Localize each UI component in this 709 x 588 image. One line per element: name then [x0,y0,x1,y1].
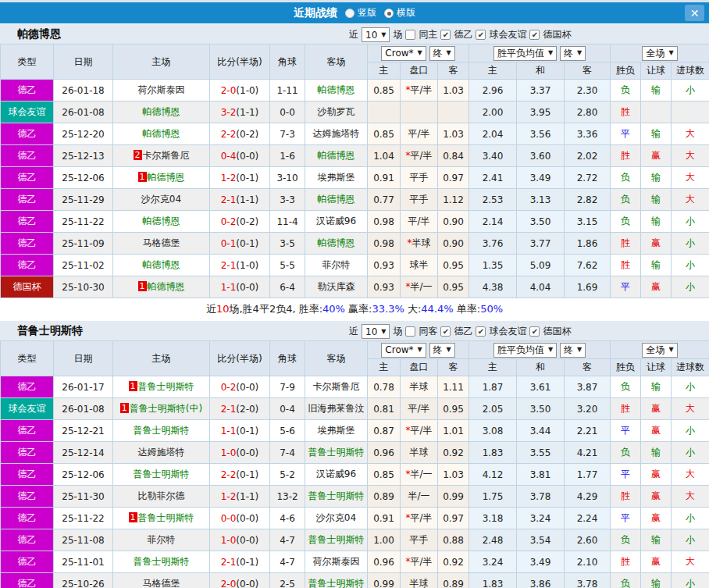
summary-segment-6: 大: [404,303,422,315]
result-wdl-cell: 平 [611,508,641,529]
date-cell: 26-01-08 [54,398,113,420]
halftime-score: (0-1) [236,426,258,437]
odds-state-dropdown[interactable]: 终▼ [429,343,455,358]
scope-dropdown[interactable]: 全场▼ [642,343,677,358]
odds-home-cell: 1.00 [368,529,401,551]
games-label: 场 [393,28,402,41]
away-team-cell: 荷尔斯泰因 [305,551,368,573]
match-row: 德国杯25-10-301帕德博恩1-1(0-0)6-4勒沃库森0.93*半/一0… [1,276,709,298]
halftime-score: (1-0) [236,260,258,271]
fulltime-score: 0-0 [221,513,237,524]
match-row: 球会友谊26-01-081普鲁士明斯特(中)2-1(2-0)0-4旧海弗莱鲁汶0… [1,398,709,420]
odds-home-cell: 0.85 [368,464,401,486]
layout-radio-horizontal[interactable]: 横版 [384,6,415,20]
mean-state-dropdown[interactable]: 终▼ [560,46,586,61]
corner-cell: 3-5 [270,233,305,255]
match-row: 德乙25-11-221普鲁士明斯特0-0(0-0)4-6沙尔克040.91*平/… [1,508,709,529]
type-cell: 球会友谊 [1,398,54,420]
mean-draw-cell: 4.04 [517,276,565,298]
home-team-cell: 1普鲁士明斯特 [113,508,210,529]
corner-cell: 2-5 [270,573,305,588]
mean-away-cell: 1.86 [565,233,611,255]
type-cell: 德乙 [1,376,54,398]
sub-column-header-4: 和 [517,62,565,80]
mean-home-cell: 3.08 [469,420,517,442]
corner-cell: 11-4 [270,211,305,233]
match-row: 德乙25-11-09马格德堡0-1(0-1)3-5帕德博恩0.98*半球0.90… [1,233,709,255]
halftime-score: (0-0) [236,282,258,293]
column-header-4: 角球 [270,341,305,376]
halftime-score: (0-0) [236,513,258,524]
column-header-2: 主场 [113,45,210,80]
competition-checkbox-1[interactable]: ✔ [476,326,486,337]
result-handicap-cell: 输 [641,211,672,233]
halftime-score: (1-1) [236,107,258,118]
close-button[interactable]: ✕ [685,5,704,21]
score-cell: 2-1(1-0) [210,255,270,276]
recent-count-select[interactable]: 10▼ [362,27,390,42]
away-team-name: 沙尔克04 [316,512,356,523]
away-team-name: 普鲁士明斯特 [308,578,365,588]
away-team-cell: 帕德博恩 [305,145,368,167]
same-venue-checkbox[interactable] [405,326,415,337]
sub-column-header-3: 主 [469,359,517,376]
same-venue-label: 同主 [419,28,437,41]
date-cell: 25-12-06 [54,464,113,486]
result-wdl-cell: 胜 [611,551,641,573]
mean-type-dropdown[interactable]: 胜平负均值▼ [493,343,557,358]
competition-checkbox-2[interactable]: ✔ [529,30,540,40]
panel-title: 近期战绩 [294,6,337,20]
handicap-cell: 半球 [401,573,438,588]
date-cell: 25-11-08 [54,529,113,551]
odds-source-dropdown[interactable]: Crow*▼ [381,343,426,358]
competition-checkbox-0[interactable]: ✔ [440,326,451,337]
mean-away-cell: 2.80 [565,102,611,123]
odds-source-dropdown[interactable]: Crow*▼ [381,46,426,61]
fulltime-score: 1-2 [221,491,237,502]
halftime-score: (0-0) [236,579,258,588]
layout-radio-vertical[interactable]: 竖版 [345,6,376,20]
match-row: 德乙25-11-22帕德博恩0-2(0-2)11-4汉诺威960.98平/半0.… [1,211,709,233]
rank-badge: 1 [129,512,137,522]
sub-column-header-1: 盘口 [401,359,438,376]
away-team-name: 卡尔斯鲁厄 [313,381,360,392]
result-goals-cell: 大 [672,123,709,145]
halftime-score: (1-1) [236,491,258,502]
odds-away-cell: 0.90 [438,211,469,233]
fulltime-score: 2-2 [221,469,237,480]
home-team-cell: 帕德博恩 [113,123,210,145]
sub-column-header-3: 主 [469,62,517,80]
handicap-cell: 半球 [401,442,438,464]
handicap-cell: 平/半 [401,398,438,420]
sub-column-header-8: 进球数 [672,62,709,80]
competition-checkbox-0[interactable]: ✔ [440,30,451,40]
fulltime-score: 1-1 [221,282,237,293]
recent-count-select[interactable]: 10▼ [362,324,390,339]
scope-dropdown[interactable]: 全场▼ [642,46,677,61]
odds-home-cell: 0.93 [368,276,401,298]
fulltime-score: 2-1 [221,194,237,205]
odds-state-dropdown[interactable]: 终▼ [429,46,455,61]
home-team-name: 菲尔特 [148,534,176,545]
odds-state-dropdown-value: 终 [433,47,443,59]
column-header-1: 日期 [54,45,113,80]
competition-checkbox-1[interactable]: ✔ [476,30,486,40]
date-cell: 25-12-21 [54,420,113,442]
result-goals-cell: 小 [672,233,709,255]
summary-segment-3: 40% [322,303,345,315]
mean-type-dropdown[interactable]: 胜平负均值▼ [493,46,557,61]
mean-draw-cell: 3.24 [517,508,565,529]
halftime-score: (0-2) [236,216,258,227]
type-cell: 德乙 [1,464,54,486]
dropdown-arrow-icon: ▼ [548,47,553,59]
near-label: 近 [349,28,358,41]
fulltime-score: 0-2 [221,216,237,227]
same-venue-checkbox[interactable] [405,30,415,40]
date-cell: 25-11-09 [54,233,113,255]
date-cell: 25-11-22 [54,211,113,233]
away-team-cell: 帕德博恩 [305,233,368,255]
dropdown-arrow-icon: ▼ [668,344,673,356]
competition-checkbox-2[interactable]: ✔ [529,326,540,337]
mean-state-dropdown[interactable]: 终▼ [560,343,586,358]
score-cell: 1-0(0-0) [210,529,270,551]
